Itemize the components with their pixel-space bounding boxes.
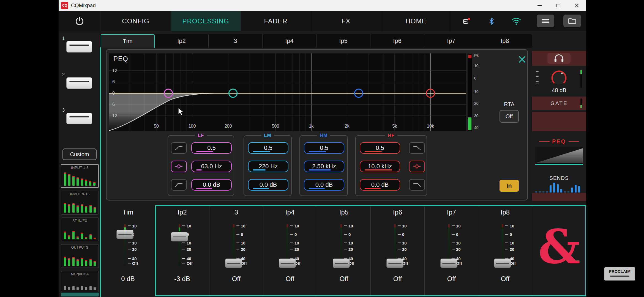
fader-knob[interactable]	[171, 232, 188, 241]
meter-level-segment	[468, 117, 471, 130]
gain-knob[interactable]	[551, 70, 567, 86]
power-button[interactable]	[59, 11, 101, 31]
dynamics-section[interactable]	[532, 112, 586, 131]
fader-scale-mark: 20	[452, 247, 461, 251]
preamp-section: 48 dB	[532, 66, 586, 95]
db-axis-label: 0	[112, 91, 121, 96]
fader-knob[interactable]	[386, 258, 403, 268]
sends-meters[interactable]	[535, 182, 583, 193]
fader-scale-mark: 40	[128, 256, 137, 261]
hm-width-box[interactable]: 0.5	[304, 142, 344, 154]
layer-label-3: 3	[62, 108, 65, 113]
hm-freq-box[interactable]: 2.50 kHz	[304, 161, 344, 172]
layer-indicator-bar[interactable]	[61, 293, 99, 296]
recorder-status-button[interactable]	[460, 11, 473, 31]
layer-fader-3[interactable]	[66, 113, 92, 124]
peq-thumbnail[interactable]	[535, 147, 583, 165]
bluetooth-button[interactable]	[486, 11, 497, 31]
fader-scale-mark: 40	[182, 256, 191, 261]
hm-gain-box[interactable]: 0.0 dB	[304, 179, 344, 191]
fader-scale-mark: 20	[505, 247, 514, 251]
layer-fader-1[interactable]	[66, 41, 92, 53]
menu-button[interactable]	[537, 15, 554, 27]
fader-scale-mark: 0	[398, 232, 404, 237]
lf-freq-box[interactable]: 63.0 Hz	[191, 161, 232, 172]
allen-heath-ampersand-logo: &	[538, 223, 580, 270]
minimize-button[interactable]	[530, 0, 549, 11]
maximize-button[interactable]	[549, 0, 567, 11]
navbar: CONFIG PROCESSING FADER FX HOME	[59, 11, 586, 31]
nav-tab-home[interactable]: HOME	[381, 11, 451, 31]
fader-knob[interactable]	[333, 258, 350, 268]
fader-scale-mark: 20	[290, 247, 299, 251]
channel-tab-ip5[interactable]: Ip5	[316, 34, 370, 48]
channel-tab-ip4[interactable]: Ip4	[263, 34, 316, 48]
nav-tab-processing[interactable]: PROCESSING	[171, 11, 241, 31]
meter-bars	[64, 198, 96, 213]
library-button[interactable]	[563, 15, 581, 27]
meter-group-outputs[interactable]: OUTPUTS	[61, 244, 99, 268]
lf-bell-icon[interactable]	[171, 161, 187, 172]
channel-tab-ip7[interactable]: Ip7	[424, 34, 478, 48]
channel-tab-tim[interactable]: Tim	[101, 34, 155, 48]
meter-scale-label: 20	[474, 101, 486, 106]
hf-gain-box[interactable]: 0.0 dB	[360, 179, 400, 191]
channel-tab-3[interactable]: 3	[209, 34, 263, 48]
custom-layer-button[interactable]: Custom	[62, 148, 97, 160]
channel-tab-ip6[interactable]: Ip6	[370, 34, 424, 48]
fader-scale-mark: Off	[182, 261, 193, 265]
fader-scale-mark: 10	[290, 241, 299, 245]
nav-tab-fader[interactable]: FADER	[241, 11, 311, 31]
hf-freq-box[interactable]: 10.0 kHz	[360, 161, 400, 172]
fader-scale-mark: 10	[182, 224, 191, 228]
lf-gain-box[interactable]: 0.0 dB	[191, 179, 232, 191]
lm-freq-box[interactable]: 220 Hz	[248, 161, 288, 172]
peq-in-button[interactable]: In	[500, 180, 519, 192]
nav-tab-fx[interactable]: FX	[311, 11, 381, 31]
hf-bell-icon[interactable]	[409, 161, 425, 172]
channel-name: Ip6	[371, 208, 424, 216]
fader-scale-mark: 10	[236, 224, 245, 228]
fader-value: 0 dB	[101, 275, 155, 283]
meter-bars	[64, 252, 96, 266]
close-peq-button[interactable]	[517, 54, 527, 64]
channel-tab-ip8[interactable]: Ip8	[478, 34, 532, 48]
layer-fader-2[interactable]	[66, 77, 92, 89]
meter-group-stin-fx[interactable]: ST.IN/FX	[61, 218, 99, 241]
lf-hpf-icon[interactable]	[171, 179, 187, 191]
channel-tab-ip2[interactable]: Ip2	[155, 34, 209, 48]
fader-knob[interactable]	[279, 258, 296, 268]
band-label-hf: HF	[385, 133, 397, 138]
meter-group-input-9-16[interactable]: INPUT 9-16	[61, 191, 99, 215]
channel-strip-ip2: Ip2 10 0 10 20 40 Off -3 dB	[155, 205, 209, 296]
rta-off-button[interactable]: Off	[500, 110, 519, 123]
fader-value: -3 dB	[155, 275, 209, 283]
meter-group-mgrp-dca[interactable]: MGrp/DCA	[61, 271, 99, 292]
lf-width-box[interactable]: 0.5	[191, 142, 232, 154]
brand-area: &	[532, 205, 586, 296]
lm-width-box[interactable]: 0.5	[248, 142, 288, 154]
close-button[interactable]	[567, 0, 586, 11]
wifi-button[interactable]	[510, 11, 523, 31]
hf-lpf-icon[interactable]	[409, 179, 425, 191]
headphone-button[interactable]	[547, 53, 571, 64]
nav-tab-config[interactable]: CONFIG	[101, 11, 171, 31]
lf-shelf-icon[interactable]	[171, 142, 187, 154]
fader-scale-mark: 20	[236, 247, 245, 251]
recorder-icon	[462, 16, 471, 26]
fader-track	[179, 224, 180, 266]
fader-knob[interactable]	[440, 258, 457, 268]
fader-knob[interactable]	[225, 258, 242, 268]
fader-scale-mark: 10	[236, 241, 245, 245]
meter-group-input-1-8[interactable]: INPUT 1-8	[61, 164, 99, 188]
fader-knob[interactable]	[494, 258, 511, 268]
lm-gain-box[interactable]: 0.0 dB	[248, 179, 288, 191]
hf-width-box[interactable]: 0.5	[360, 142, 400, 154]
gate-section[interactable]: GATE	[532, 97, 586, 110]
peq-header[interactable]: PEQ	[532, 138, 586, 145]
fader-knob[interactable]	[116, 230, 133, 239]
hf-shelf-icon[interactable]	[409, 142, 425, 154]
channel-level-meter	[467, 53, 472, 131]
eq-band-lm: LM 0.5 220 Hz 0.0 dB	[244, 135, 292, 196]
peq-graph: PEQ 12 6 0 6 12 50 100 200 500 1k 2k 5k …	[109, 53, 466, 131]
